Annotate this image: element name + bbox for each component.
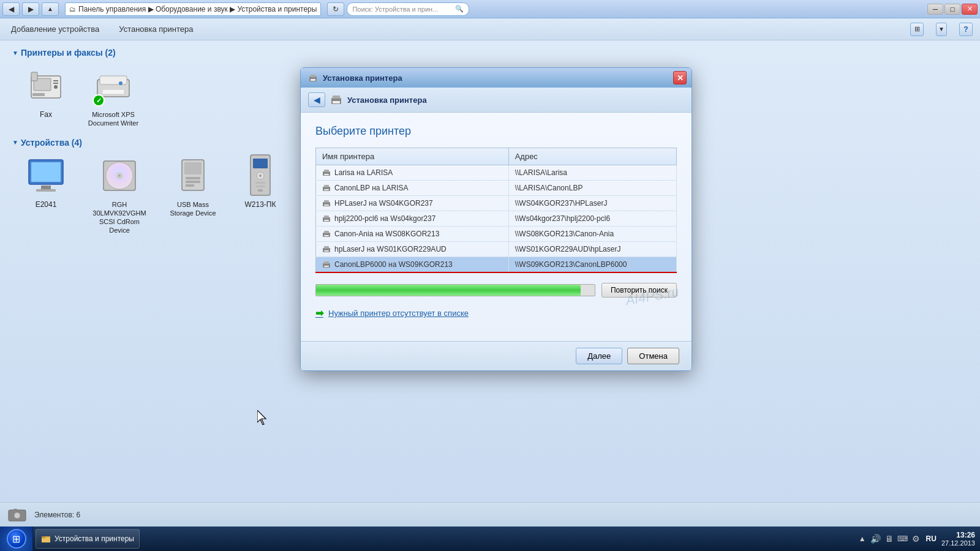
- clock-date: 27.12.2013: [941, 539, 975, 547]
- printer-list-icon: [322, 214, 331, 223]
- dialog-nav-bar: ◀ Установка принтера: [301, 88, 692, 113]
- title-bar: ◀ ▶ ▲ 🗂 Панель управления ▶ Оборудование…: [0, 0, 980, 18]
- svg-rect-56: [324, 231, 329, 233]
- device-cdrom[interactable]: RGH30LMVK92VGHMSCSI CdRomDevice: [86, 154, 153, 235]
- keyboard-icon[interactable]: ⌨: [898, 534, 908, 544]
- install-printer-button[interactable]: Установка принтера: [115, 22, 197, 36]
- printer-name-cell: CanonLBP на LARISA: [316, 181, 509, 196]
- svg-rect-60: [324, 250, 329, 252]
- close-button[interactable]: ✕: [962, 4, 978, 15]
- svg-rect-23: [186, 177, 200, 179]
- svg-rect-51: [324, 204, 329, 206]
- svg-rect-53: [324, 216, 329, 218]
- printer-row[interactable]: hplj2200-pcl6 на Ws04kgor237\\Ws04kgor23…: [316, 211, 677, 227]
- search-placeholder: Поиск: Устройства и прин...: [352, 6, 438, 13]
- printer-address-cell: \\WS08KGOR213\Canon-Ania: [508, 227, 676, 242]
- device-monitor[interactable]: E2041: [18, 154, 74, 235]
- dialog-heading: Выберите принтер: [315, 125, 677, 138]
- taskbar-right: ▲ 🔊 🖥 ⌨ ⚙ RU 13:26 27.12.2013: [853, 527, 980, 551]
- clock-time: 13:26: [941, 531, 975, 539]
- device-usb[interactable]: USB MassStorage Device: [165, 154, 221, 235]
- system-clock[interactable]: 13:26 27.12.2013: [941, 531, 975, 547]
- cancel-button[interactable]: Отмена: [627, 348, 679, 364]
- printer-list-table: Имя принтера Адрес Larisa на LARISA\\LAR…: [315, 148, 677, 273]
- details-toggle[interactable]: ▼: [936, 23, 947, 36]
- forward-button[interactable]: ▶: [22, 2, 39, 16]
- svg-point-20: [118, 174, 121, 177]
- dialog-printer-icon: [330, 94, 342, 106]
- settings-icon[interactable]: ⚙: [911, 534, 921, 544]
- device-w213[interactable]: W213-ПК: [233, 154, 288, 235]
- refresh-button[interactable]: ↻: [327, 2, 344, 16]
- printer-row[interactable]: Canon-Ania на WS08KGOR213\\WS08KGOR213\C…: [316, 227, 677, 242]
- back-button[interactable]: ◀: [2, 2, 20, 16]
- printer-row[interactable]: hpLaserJ на WS01KGOR229AUD\\WS01KGOR229A…: [316, 242, 677, 257]
- printer-address-cell: \\WS01KGOR229AUD\hpLaserJ: [508, 242, 676, 257]
- start-button[interactable]: ⊞: [0, 527, 33, 551]
- missing-printer-link[interactable]: ➡ Нужный принтер отсутствует в списке: [315, 307, 677, 319]
- minimize-button[interactable]: ─: [927, 4, 943, 15]
- svg-rect-14: [41, 186, 51, 189]
- svg-rect-62: [324, 261, 329, 264]
- printer-list-icon: [322, 245, 331, 253]
- progress-bar: [315, 284, 595, 296]
- svg-rect-63: [324, 266, 329, 267]
- printer-name-cell: Canon-Ania на WS08KGOR213: [316, 227, 509, 242]
- explorer-window: ◀ ▶ ▲ 🗂 Панель управления ▶ Оборудование…: [0, 0, 980, 551]
- taskbar-task-label: Устройства и принтеры: [55, 534, 134, 543]
- svg-rect-32: [258, 189, 263, 192]
- svg-rect-6: [31, 72, 37, 81]
- printer-row[interactable]: HPLaserJ на WS04KGOR237\\WS04KGOR237\HPL…: [316, 196, 677, 211]
- xps-label: Microsoft XPSDocument Writer: [88, 110, 138, 128]
- taskbar-explorer-task[interactable]: Устройства и принтеры: [36, 529, 140, 549]
- up-button[interactable]: ▲: [42, 2, 59, 16]
- dialog-close-button[interactable]: ✕: [673, 71, 687, 84]
- language-indicator[interactable]: RU: [926, 534, 937, 543]
- printer-row[interactable]: Larisa на LARISA\\LARISA\Larisa: [316, 165, 677, 181]
- dialog-nav-title: Установка принтера: [347, 96, 427, 105]
- printer-row[interactable]: CanonLBP на LARISA\\LARISA\CanonLBP: [316, 181, 677, 196]
- fax-label: Fax: [40, 110, 52, 120]
- address-bar[interactable]: 🗂 Панель управления ▶ Оборудование и зву…: [65, 2, 321, 16]
- svg-rect-44: [324, 170, 329, 172]
- view-toggle[interactable]: ⊞: [910, 23, 924, 36]
- add-device-button[interactable]: Добавление устройства: [7, 22, 103, 36]
- printer-list-icon: [322, 199, 331, 208]
- taskbar: ⊞ Устройства и принтеры ▲ 🔊 🖥: [0, 527, 980, 551]
- windows-orb: ⊞: [7, 529, 26, 549]
- svg-rect-2: [32, 93, 45, 96]
- svg-point-29: [259, 174, 262, 177]
- svg-rect-15: [36, 189, 56, 192]
- monitor-icon-area: [24, 154, 68, 198]
- device-xps[interactable]: ✓ Microsoft XPSDocument Writer: [86, 64, 141, 128]
- help-button[interactable]: ?: [959, 23, 973, 36]
- devices-triangle: ▼: [12, 139, 18, 146]
- toolbar: Добавление устройства Установка принтера…: [0, 18, 980, 40]
- svg-rect-25: [186, 184, 194, 187]
- network-icon: ▲: [858, 534, 867, 544]
- search-icon: 🔍: [455, 5, 464, 13]
- tower-icon: [244, 154, 276, 198]
- device-fax[interactable]: Fax: [18, 64, 74, 128]
- dialog-back-button[interactable]: ◀: [308, 92, 325, 107]
- printer-name-cell: hpLaserJ на WS01KGOR229AUD: [316, 242, 509, 257]
- retry-search-button[interactable]: Повторить поиск: [601, 283, 677, 298]
- maximize-button[interactable]: □: [944, 4, 960, 15]
- tower-icon-area: [238, 154, 282, 198]
- svg-rect-57: [324, 235, 329, 236]
- search-progress-area: Повторить поиск: [315, 283, 677, 298]
- next-button[interactable]: Далее: [576, 348, 622, 364]
- devices-section-label: Устройства (4): [21, 138, 82, 148]
- printer-row[interactable]: CanonLBP6000 на WS09KGOR213\\WS09KGOR213…: [316, 257, 677, 273]
- default-printer-badge: ✓: [92, 94, 105, 107]
- printer-address-cell: \\WS04KGOR237\HPLaserJ: [508, 196, 676, 211]
- search-bar[interactable]: Поиск: Устройства и прин... 🔍: [347, 2, 469, 16]
- svg-rect-42: [333, 101, 340, 103]
- svg-rect-38: [311, 75, 315, 77]
- printer-title-icon: [308, 73, 318, 83]
- svg-point-5: [54, 85, 58, 89]
- printer-address-cell: \\LARISA\CanonLBP: [508, 181, 676, 196]
- volume-icon[interactable]: 🔊: [871, 534, 881, 544]
- network-status-icon[interactable]: 🖥: [884, 534, 894, 544]
- taskbar-left: ⊞ Устройства и принтеры: [0, 527, 142, 551]
